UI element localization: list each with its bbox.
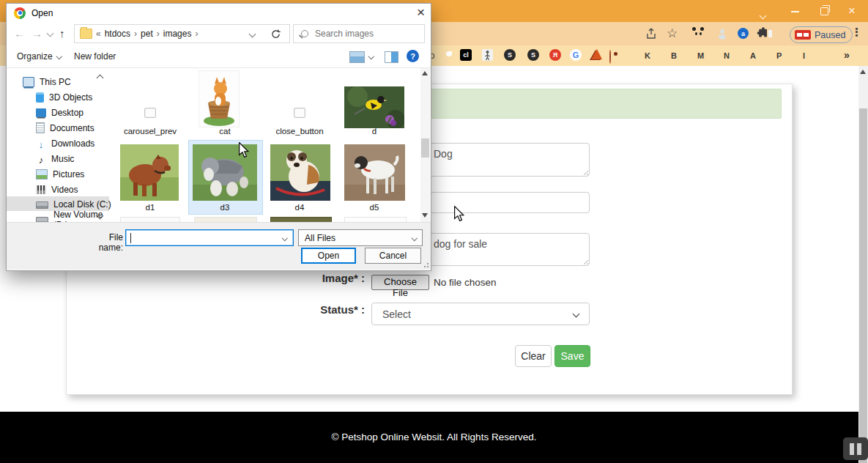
file-thumbnail-d1[interactable]	[120, 144, 179, 201]
file-thumbnail-partial[interactable]	[270, 217, 332, 222]
extensions-puzzle-icon[interactable]	[757, 27, 769, 40]
pause-overlay-button[interactable]	[843, 437, 868, 460]
cancel-button[interactable]: Cancel	[365, 248, 421, 264]
file-label[interactable]: cat	[190, 127, 260, 136]
a-extension-icon[interactable]: a	[738, 28, 749, 39]
dialog-close-button[interactable]: ×	[417, 4, 425, 21]
file-type-select[interactable]: All Files	[298, 229, 423, 246]
bookmark-google-favicon[interactable]: G	[570, 49, 582, 61]
file-thumbnail-partial[interactable]	[344, 217, 407, 222]
file-thumbnail-d4[interactable]	[270, 144, 330, 201]
status-select[interactable]: Select	[371, 303, 590, 325]
file-thumbnail-partial[interactable]	[120, 217, 180, 222]
sidebar-item-music[interactable]: ♪Music	[36, 151, 74, 166]
file-thumbnail-d5[interactable]	[344, 144, 405, 201]
scroll-down-arrow[interactable]	[422, 213, 428, 218]
sidebar-item-this-pc[interactable]: This PC	[23, 74, 71, 89]
bookmark-letter[interactable]: K	[645, 51, 650, 60]
bookmark-letter[interactable]: A	[750, 51, 756, 60]
bookmark-yandex-favicon[interactable]: Я	[549, 49, 561, 61]
save-button[interactable]: Save	[554, 345, 590, 367]
cube-icon	[36, 92, 44, 103]
browser-menu-kebab-icon[interactable]: ⋮	[851, 26, 862, 39]
sidebar-item-3d-objects[interactable]: 3D Objects	[36, 89, 92, 105]
preview-pane-icon[interactable]	[385, 51, 398, 63]
minimize-button[interactable]	[791, 11, 799, 12]
bookmark-letter[interactable]: P	[776, 51, 782, 60]
disk-drive-icon	[36, 201, 48, 209]
sidebar-item-pictures[interactable]: Pictures	[36, 166, 84, 182]
share-icon[interactable]	[645, 27, 658, 40]
search-box[interactable]	[293, 24, 425, 43]
file-list-scrollbar-thumb[interactable]	[421, 138, 429, 158]
file-thumbnail-cat[interactable]	[199, 70, 240, 127]
bookmark-letter[interactable]: N	[724, 51, 730, 60]
file-name-combobox[interactable]	[125, 229, 294, 246]
bookmarks-overflow-chevron[interactable]: »	[844, 49, 850, 61]
back-arrow-icon[interactable]: ←	[14, 27, 25, 40]
sidebar-item-videos[interactable]: Videos	[36, 182, 78, 197]
sidebar-item-documents[interactable]: Documents	[36, 120, 94, 136]
history-chevron-icon[interactable]	[47, 30, 54, 37]
refresh-button[interactable]	[262, 24, 290, 43]
address-dropdown-chevron[interactable]	[249, 31, 256, 38]
tab-search-chevron-icon[interactable]	[760, 9, 765, 20]
file-label[interactable]: d3	[190, 203, 260, 212]
breadcrumb-separator: ›	[153, 29, 163, 39]
bookmark-star-icon[interactable]: ☆	[667, 26, 678, 41]
sidebar-item-desktop[interactable]: Desktop	[36, 105, 84, 120]
help-icon[interactable]: ?	[407, 50, 419, 62]
bookmark-s2-favicon[interactable]: S	[527, 49, 539, 61]
address-bar[interactable]: « htdocs › pet › images ›	[74, 24, 263, 43]
chevron-down-icon[interactable]	[281, 235, 287, 241]
breadcrumb-htdocs[interactable]: htdocs	[105, 29, 130, 39]
scroll-up-arrow[interactable]	[422, 71, 428, 75]
file-label[interactable]: d1	[115, 203, 185, 212]
screen: × ☆ a Paused ⋮ io cl S S Я G	[0, 0, 868, 463]
up-arrow-icon[interactable]: ↑	[59, 27, 65, 40]
file-thumbnail-partial[interactable]	[194, 217, 257, 222]
breadcrumb-pet[interactable]: pet	[141, 29, 153, 39]
file-list-scrollbar[interactable]	[420, 68, 430, 222]
paused-label: Paused	[815, 30, 845, 40]
organize-menu[interactable]: Organize	[17, 51, 61, 62]
clear-button[interactable]: Clear	[515, 345, 552, 367]
file-list: carousel_prev cat close_button	[114, 68, 420, 222]
file-thumbnail-carousel-prev[interactable]	[144, 108, 156, 118]
new-folder-button[interactable]: New folder	[74, 51, 116, 62]
view-thumbnails-icon[interactable]	[349, 51, 365, 63]
file-thumbnail-d3[interactable]	[193, 144, 257, 201]
bookmark-figure-favicon[interactable]	[482, 49, 493, 61]
breadcrumb-chevrons[interactable]: «	[92, 29, 105, 39]
sidebar-label: 3D Objects	[49, 92, 92, 103]
file-label[interactable]: carousel_prev	[115, 127, 185, 136]
close-window-button[interactable]: ×	[848, 5, 856, 16]
file-label[interactable]: d	[339, 127, 409, 136]
forward-arrow-icon[interactable]: →	[31, 27, 42, 40]
file-thumbnail-d[interactable]	[344, 86, 404, 128]
bookmark-letter[interactable]: B	[671, 51, 677, 60]
file-label[interactable]: d5	[339, 203, 409, 212]
view-options-chevron[interactable]	[368, 53, 374, 59]
restore-button[interactable]	[820, 7, 828, 15]
sidebar-item-downloads[interactable]: ↓Downloads	[36, 136, 94, 151]
bookmark-letter[interactable]: M	[697, 51, 704, 60]
scroll-up-arrow[interactable]	[860, 70, 866, 74]
open-button[interactable]: Open	[301, 248, 356, 264]
bookmark-letter[interactable]: I	[803, 51, 805, 60]
bookmark-eye-favicon[interactable]	[609, 50, 611, 64]
choose-file-button[interactable]: Choose File	[371, 275, 429, 290]
bookmark-s1-favicon[interactable]: S	[504, 49, 516, 61]
page-scrollbar-thumb[interactable]	[859, 108, 867, 463]
sidebar-label: Desktop	[51, 108, 84, 118]
bookmark-cl-favicon[interactable]: cl	[460, 49, 472, 61]
resize-grip[interactable]	[423, 262, 429, 267]
bookmark-matlab-favicon[interactable]	[591, 49, 602, 59]
breadcrumb-images[interactable]: images	[163, 29, 192, 39]
file-label[interactable]: close_button	[264, 127, 335, 136]
file-label[interactable]: d4	[264, 203, 335, 212]
sidebar-scroll-up-icon[interactable]	[97, 75, 104, 82]
search-input[interactable]	[314, 28, 412, 40]
paused-extension-badge[interactable]: Paused	[790, 26, 853, 43]
file-thumbnail-close-button[interactable]	[294, 108, 305, 118]
